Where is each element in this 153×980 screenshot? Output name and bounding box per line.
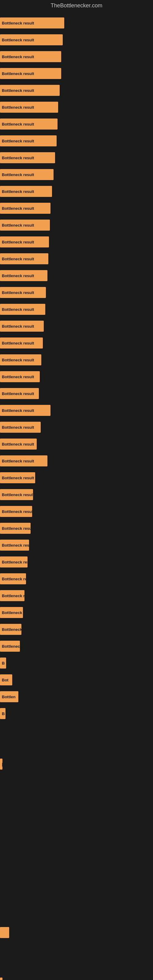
bar-label: Bottleneck result [2,543,29,547]
bar-label: Bottlen [2,695,16,699]
bar-item: Bottleneck result [0,573,26,584]
bar-item: Bottleneck result [0,85,60,96]
bar-label: Bottleneck result [2,240,34,244]
bar-label: Bottleneck result [2,105,34,110]
bar-label: Bottleneck result [2,476,34,480]
bar-item: Bottleneck result [0,203,51,214]
bar-item: Bottleneck result [0,220,50,231]
bar-item: Bottleneck result [0,590,24,601]
bar-item: Bottleneck result [0,439,37,450]
bar-label: Bottleneck result [2,425,34,430]
bar-label: Bottleneck result [2,644,20,649]
bar-item: Bottleneck result [0,68,61,79]
bar-label: Bottleneck result [2,307,34,312]
bar-item: Bottleneck result [0,455,48,466]
bar-label: Bottleneck result [2,122,34,126]
bar-label: Bottleneck result [2,358,34,362]
bar-label: Bottleneck result [2,139,34,143]
bar-item: Bottleneck result [0,34,63,45]
bar-label: Bottleneck result [2,324,34,329]
bar-item: Bottleneck result [0,624,21,635]
bar-item: Bottleneck result [0,539,29,550]
bar-item: Bottleneck result [0,169,54,180]
bar-label: Bottleneck result [2,223,34,228]
bar-item: Bottleneck result [0,119,57,130]
bar-label: Bottleneck result [2,54,34,59]
bar-label: Bottleneck result [2,21,34,25]
bar-label: Bottleneck result [2,459,34,463]
bar-item: Bottleneck result [0,489,33,500]
bar-label: Bottleneck result [2,408,34,413]
bar-item: Bottleneck result [0,253,48,264]
bar-label: Bottleneck result [2,72,34,76]
bar-label: Bottleneck result [2,391,34,396]
bar-item: Bottleneck result [0,270,48,281]
bar-label: Bottleneck result [2,610,23,615]
bar-label: Bottleneck result [2,560,27,565]
bar-label: Bottleneck result [2,509,32,514]
bar-item: Bottleneck result [0,102,58,113]
bar-item: Bottleneck result [0,472,35,483]
bar-item: Bottleneck result [0,388,39,399]
bar-label: Bottleneck result [2,189,34,194]
bar-item: B [0,708,5,719]
bar-label: Bottleneck result [2,290,34,295]
bar-item: Bottleneck result [0,287,46,298]
bar-label: Bottleneck result [2,172,34,177]
bar-label: Bottleneck result [2,375,34,379]
bar-item: | [0,759,2,770]
bar-item: Bottleneck result [0,506,32,517]
bar-label: Bottleneck result [2,577,26,581]
bar-label: Bottleneck result [2,442,34,447]
bar-label: Bottleneck result [2,206,34,211]
bar-item: Bottleneck result [0,236,49,247]
bar-label: Bottleneck result [2,257,34,261]
bar-item: Bottlen [0,691,18,702]
bar-label: B [2,711,5,716]
bar-item [0,927,9,938]
bar-item: B [0,657,6,668]
bar-label: Bottleneck result [2,88,34,93]
chart-area: Bottleneck resultBottleneck resultBottle… [0,11,153,980]
bar-item: Bottleneck result [0,641,20,652]
bar-label: Bottleneck result [2,526,30,531]
bar-label: Bottleneck result [2,156,34,160]
bar-label: Bottleneck result [2,593,24,598]
bar-item: Bottleneck result [0,51,61,62]
bar-item: Bot [0,675,12,686]
bar-label: B [2,661,5,665]
bar-item: Bottleneck result [0,304,45,315]
bar-label: Bottleneck result [2,627,21,632]
bar-item: Bottleneck result [0,607,23,618]
bar-label: Bottleneck result [2,492,33,497]
bar-item: Bottleneck result [0,135,57,146]
bar-item: Bottleneck result [0,321,44,332]
bar-label: Bottleneck result [2,274,34,278]
bar-item: | [0,978,2,980]
bar-label: Bottleneck result [2,341,34,345]
bar-item: Bottleneck result [0,371,40,382]
bar-item: Bottleneck result [0,523,30,534]
bar-item: Bottleneck result [0,186,52,197]
bar-label: Bottleneck result [2,38,34,42]
bar-item: Bottleneck result [0,422,41,433]
bar-item: Bottleneck result [0,18,64,29]
bar-item: Bottleneck result [0,354,41,365]
bar-item: Bottleneck result [0,337,43,348]
bar-item: Bottleneck result [0,152,55,163]
site-title: TheBottlenecker.com [0,0,153,11]
bar-label: Bot [2,678,9,682]
bar-item: Bottleneck result [0,557,27,568]
bar-item: Bottleneck result [0,405,51,416]
bar-label: | [2,762,2,767]
